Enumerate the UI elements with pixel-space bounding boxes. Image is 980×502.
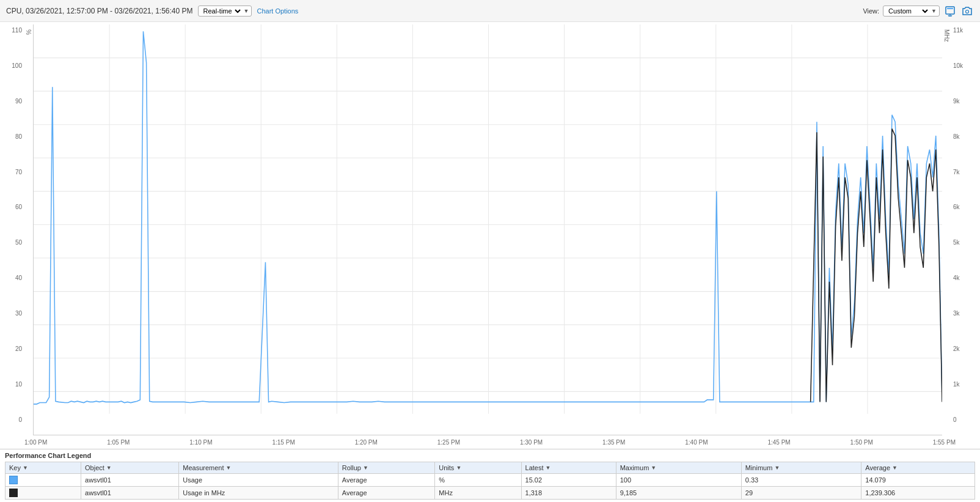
y-right-tick-9k: 9k [953,98,960,105]
x-tick-6: 1:25 PM [437,439,460,448]
average-sort[interactable]: Average ▼ [865,464,898,471]
col-header-object[interactable]: Object ▼ [81,462,179,473]
row1-maximum: 100 [616,473,741,486]
x-tick-11: 1:50 PM [850,439,873,448]
col-header-maximum[interactable]: Maximum ▼ [616,462,741,473]
col-header-units[interactable]: Units ▼ [435,462,521,473]
row1-minimum: 0.33 [741,473,861,486]
svg-rect-0 [946,7,954,14]
col-header-key[interactable]: Key ▼ [5,462,81,473]
row1-object: awsvtl01 [81,473,179,486]
view-arrow-icon: ▼ [931,8,937,14]
legend-row-2: awsvtl01 Usage in MHz Average MHz 1,318 … [5,486,975,499]
realtime-select[interactable]: Real-time [201,7,243,15]
units-sort-icon: ▼ [456,465,461,471]
row2-latest: 1,318 [521,486,616,499]
y-axis-right: 11k 10k 9k 8k 7k 6k 5k 4k 3k 2k 1k 0 [951,24,980,435]
row1-average: 14.079 [861,473,975,486]
rollup-sort[interactable]: Rollup ▼ [342,464,368,471]
col-header-measurement[interactable]: Measurement ▼ [179,462,338,473]
col-header-average[interactable]: Average ▼ [861,462,975,473]
x-tick-10: 1:45 PM [767,439,790,448]
latest-sort[interactable]: Latest ▼ [525,464,551,471]
average-sort-icon: ▼ [892,465,898,471]
legend-row-1: awsvtl01 Usage Average % 15.02 100 0.33 … [5,473,975,486]
y-left-tick-50: 50 [15,239,22,246]
header-right: View: Custom Last Hour Last Day Last Wee… [863,4,974,18]
y-left-tick-80: 80 [15,133,22,140]
maximum-sort[interactable]: Maximum ▼ [620,464,657,471]
y-left-tick-0: 0 [18,416,22,423]
minimum-sort[interactable]: Minimum ▼ [745,464,780,471]
x-tick-4: 1:15 PM [272,439,294,448]
key-sort-icon: ▼ [23,465,28,471]
view-label: View: [863,7,879,15]
y-right-tick-2k: 2k [953,345,960,352]
y-right-tick-8k: 8k [953,133,960,140]
x-tick-12: 1:55 PM [933,439,956,448]
maximum-sort-icon: ▼ [651,465,656,471]
row2-average: 1,239.306 [861,486,975,499]
row2-color-box [9,489,18,497]
row1-key [5,473,81,486]
key-sort[interactable]: Key ▼ [9,464,28,471]
camera-icon[interactable] [960,4,974,18]
row1-latest: 15.02 [521,473,616,486]
row2-object: awsvtl01 [81,486,179,499]
y-axis-left: 110 100 90 80 70 60 50 40 30 20 10 0 [0,24,24,435]
legend-section: Performance Chart Legend Key ▼ Object ▼ [0,449,980,502]
y-right-tick-7k: 7k [953,169,960,175]
row2-measurement: Usage in MHz [179,486,338,499]
y-axis-right-label: MHz [943,29,950,42]
y-axis-left-label: % [26,29,32,35]
rollup-sort-icon: ▼ [363,465,368,471]
latest-sort-icon: ▼ [546,465,551,471]
y-right-tick-4k: 4k [953,275,960,281]
y-right-tick-5k: 5k [953,239,960,246]
cpu-usage-line [34,31,942,404]
y-right-tick-0: 0 [953,416,957,423]
x-tick-8: 1:35 PM [602,439,625,448]
row2-minimum: 29 [741,486,861,499]
row2-rollup: Average [338,486,435,499]
y-left-tick-20: 20 [15,345,22,352]
col-header-minimum[interactable]: Minimum ▼ [741,462,861,473]
y-left-tick-10: 10 [15,381,22,388]
x-tick-7: 1:30 PM [520,439,543,448]
y-right-tick-10k: 10k [953,62,963,69]
x-axis: 1:00 PM 1:05 PM 1:10 PM 1:15 PM 1:20 PM … [0,438,980,449]
export-icon[interactable] [943,4,957,18]
y-right-tick-6k: 6k [953,204,960,210]
realtime-arrow-icon: ▼ [244,8,249,14]
x-tick-3: 1:10 PM [189,439,212,448]
chart-header: CPU, 03/26/2021, 12:57:00 PM - 03/26/202… [0,0,980,22]
units-sort[interactable]: Units ▼ [439,464,461,471]
x-tick-2: 1:05 PM [107,439,130,448]
chart-title: CPU, 03/26/2021, 12:57:00 PM - 03/26/202… [6,7,193,15]
realtime-dropdown[interactable]: Real-time ▼ [198,6,252,17]
y-left-tick-100: 100 [12,62,22,69]
y-right-tick-1k: 1k [953,381,960,388]
minimum-sort-icon: ▼ [774,465,780,471]
chart-svg [34,24,942,435]
row2-maximum: 9,185 [616,486,741,499]
row2-units: MHz [435,486,521,499]
col-header-latest[interactable]: Latest ▼ [521,462,616,473]
view-select[interactable]: Custom Last Hour Last Day Last Week [886,7,930,15]
row1-color-box [9,476,18,484]
y-left-tick-110: 110 [12,27,22,34]
legend-table: Key ▼ Object ▼ Measurement ▼ [5,462,975,500]
y-left-tick-40: 40 [15,275,22,281]
view-dropdown[interactable]: Custom Last Hour Last Day Last Week ▼ [883,6,940,17]
svg-point-3 [966,10,969,13]
chart-options-link[interactable]: Chart Options [257,7,298,15]
y-right-tick-3k: 3k [953,310,960,317]
y-right-tick-11k: 11k [953,27,963,34]
row2-key [5,486,81,499]
row1-units: % [435,473,521,486]
object-sort[interactable]: Object ▼ [85,464,112,471]
chart-area: 110 100 90 80 70 60 50 40 30 20 10 0 % [0,22,980,438]
col-header-rollup[interactable]: Rollup ▼ [338,462,435,473]
measurement-sort[interactable]: Measurement ▼ [183,464,231,471]
x-tick-5: 1:20 PM [355,439,378,448]
